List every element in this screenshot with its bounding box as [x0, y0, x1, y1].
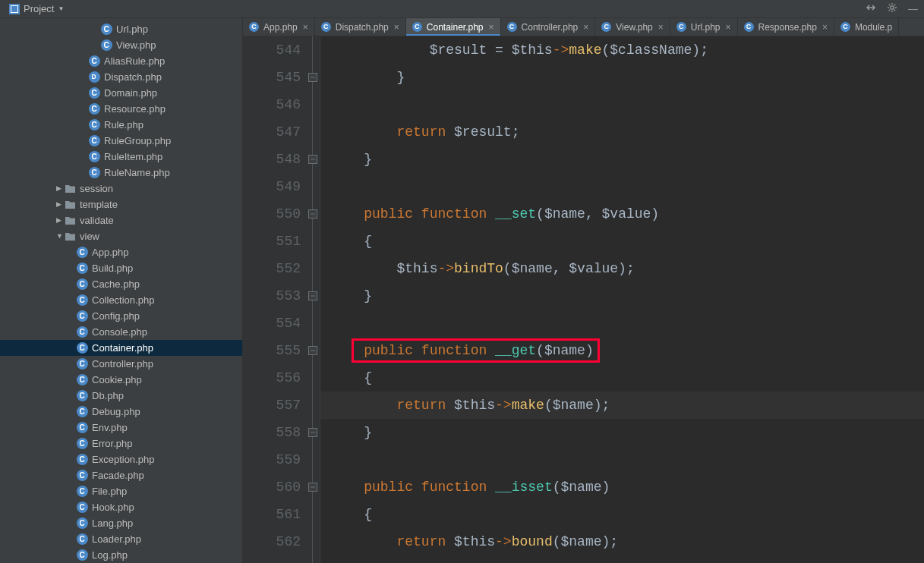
- fold-end-icon[interactable]: [308, 155, 317, 164]
- tree-file-collection-php[interactable]: CCollection.php: [0, 292, 242, 308]
- tree-file-aliasrule-php[interactable]: CAliasRule.php: [0, 53, 242, 69]
- project-label: Project: [24, 3, 54, 14]
- fold-end-icon[interactable]: [308, 291, 317, 300]
- fold-collapse-icon[interactable]: [308, 346, 317, 355]
- tree-folder-session[interactable]: ▶session: [0, 181, 242, 197]
- code-line[interactable]: {: [320, 501, 924, 528]
- tab-dispatch-php[interactable]: CDispatch.php×: [315, 18, 406, 36]
- tree-file-debug-php[interactable]: CDebug.php: [0, 404, 242, 420]
- tree-file-rulename-php[interactable]: CRuleName.php: [0, 165, 242, 181]
- tab-container-php[interactable]: CContainer.php×: [406, 18, 501, 36]
- close-icon[interactable]: ×: [725, 22, 730, 33]
- code-line[interactable]: [320, 91, 924, 118]
- code-line[interactable]: [320, 310, 924, 337]
- tree-file-app-php[interactable]: CApp.php: [0, 244, 242, 260]
- tree-file-exception-php[interactable]: CException.php: [0, 451, 242, 467]
- tree-file-env-php[interactable]: CEnv.php: [0, 420, 242, 436]
- tree-file-error-php[interactable]: CError.php: [0, 436, 242, 451]
- tree-file-facade-php[interactable]: CFacade.php: [0, 467, 242, 483]
- code-line[interactable]: }: [320, 419, 924, 446]
- tree-file-build-php[interactable]: CBuild.php: [0, 260, 242, 276]
- tree-file-loader-php[interactable]: CLoader.php: [0, 531, 242, 547]
- php-file-icon: C: [76, 342, 88, 354]
- fold-end-icon[interactable]: [308, 73, 317, 82]
- code-line[interactable]: $result = $this->make($className);: [320, 36, 924, 64]
- tree-folder-template[interactable]: ▶template: [0, 197, 242, 212]
- line-number: 557: [243, 392, 301, 419]
- code-line[interactable]: }: [320, 146, 924, 173]
- tree-file-config-php[interactable]: CConfig.php: [0, 308, 242, 324]
- code-line[interactable]: return $this->make($name);: [320, 392, 924, 419]
- code-line[interactable]: [320, 446, 924, 473]
- tab-view-php[interactable]: CView.php×: [595, 18, 670, 36]
- fold-end-icon[interactable]: [308, 428, 317, 437]
- close-icon[interactable]: ×: [303, 22, 308, 33]
- tree-file-url-php[interactable]: CUrl.php: [0, 21, 242, 37]
- tree-file-view-php[interactable]: CView.php: [0, 37, 242, 53]
- php-file-icon: C: [76, 310, 88, 322]
- code-line[interactable]: [320, 173, 924, 200]
- chevron-right-icon[interactable]: ▶: [56, 184, 64, 192]
- tree-item-label: Dispatch.php: [104, 71, 162, 83]
- chevron-down-icon[interactable]: ▼: [56, 232, 64, 240]
- tree-file-hook-php[interactable]: CHook.php: [0, 499, 242, 515]
- code-line[interactable]: }: [320, 282, 924, 310]
- close-icon[interactable]: ×: [394, 22, 399, 33]
- hide-icon[interactable]: —: [908, 3, 916, 14]
- code-editor[interactable]: $result = $this->make($className); } ret…: [320, 36, 924, 563]
- php-file-icon: C: [88, 55, 100, 68]
- collapse-icon[interactable]: [866, 2, 876, 15]
- code-line[interactable]: $this->bindTo($name, $value);: [320, 255, 924, 282]
- tree-item-label: Cookie.php: [92, 374, 142, 385]
- fold-collapse-icon[interactable]: [308, 483, 317, 492]
- tree-file-resource-php[interactable]: CResource.php: [0, 101, 242, 117]
- code-line[interactable]: {: [320, 364, 924, 392]
- tree-file-rule-php[interactable]: CRule.php: [0, 117, 242, 133]
- close-icon[interactable]: ×: [658, 22, 664, 33]
- tree-file-lang-php[interactable]: CLang.php: [0, 515, 242, 531]
- tab-module-p[interactable]: CModule.p: [834, 18, 899, 36]
- code-line[interactable]: return $this->bound($name);: [320, 528, 924, 555]
- tree-file-domain-php[interactable]: CDomain.php: [0, 85, 242, 101]
- code-line[interactable]: public function __set($name, $value): [320, 200, 924, 228]
- gear-icon[interactable]: [887, 2, 897, 15]
- chevron-right-icon[interactable]: ▶: [56, 200, 64, 208]
- editor-tabs: CApp.php×CDispatch.php×CContainer.php×CC…: [243, 18, 924, 36]
- code-line[interactable]: public function __get($name): [320, 337, 924, 364]
- tree-file-file-php[interactable]: CFile.php: [0, 483, 242, 499]
- close-icon[interactable]: ×: [489, 22, 494, 33]
- line-number: 560: [243, 473, 301, 501]
- code-line[interactable]: {: [320, 228, 924, 255]
- fold-collapse-icon[interactable]: [308, 209, 317, 219]
- close-icon[interactable]: ×: [583, 22, 588, 33]
- tree-file-dispatch-php[interactable]: DDispatch.php: [0, 69, 242, 85]
- tree-file-rulegroup-php[interactable]: CRuleGroup.php: [0, 133, 242, 149]
- tree-file-log-php[interactable]: CLog.php: [0, 547, 242, 563]
- tree-file-container-php[interactable]: CContainer.php: [0, 340, 242, 356]
- tree-file-db-php[interactable]: CDb.php: [0, 388, 242, 404]
- tree-file-cookie-php[interactable]: CCookie.php: [0, 372, 242, 388]
- tab-response-php[interactable]: CResponse.php×: [738, 18, 834, 36]
- tab-app-php[interactable]: CApp.php×: [243, 18, 315, 36]
- project-icon: [9, 4, 20, 14]
- tab-url-php[interactable]: CUrl.php×: [670, 18, 738, 36]
- close-icon[interactable]: ×: [822, 22, 828, 33]
- code-line[interactable]: }: [320, 555, 924, 563]
- tree-item-label: Rule.php: [104, 119, 143, 131]
- tree-file-ruleitem-php[interactable]: CRuleItem.php: [0, 149, 242, 165]
- tree-file-console-php[interactable]: CConsole.php: [0, 324, 242, 340]
- code-line[interactable]: public function __isset($name): [320, 473, 924, 501]
- folder-icon: [64, 215, 76, 227]
- project-selector[interactable]: Project ▼: [5, 2, 68, 16]
- tree-file-controller-php[interactable]: CController.php: [0, 356, 242, 372]
- chevron-right-icon[interactable]: ▶: [56, 216, 64, 224]
- tab-controller-php[interactable]: CController.php×: [501, 18, 596, 36]
- tree-folder-view[interactable]: ▼view: [0, 228, 242, 244]
- php-file-icon: C: [76, 438, 88, 450]
- php-file-icon: C: [100, 39, 112, 52]
- code-line[interactable]: }: [320, 64, 924, 91]
- tree-file-cache-php[interactable]: CCache.php: [0, 276, 242, 292]
- project-tree[interactable]: CUrl.phpCView.phpCAliasRule.phpDDispatch…: [0, 18, 243, 563]
- code-line[interactable]: return $result;: [320, 118, 924, 146]
- tree-folder-validate[interactable]: ▶validate: [0, 212, 242, 228]
